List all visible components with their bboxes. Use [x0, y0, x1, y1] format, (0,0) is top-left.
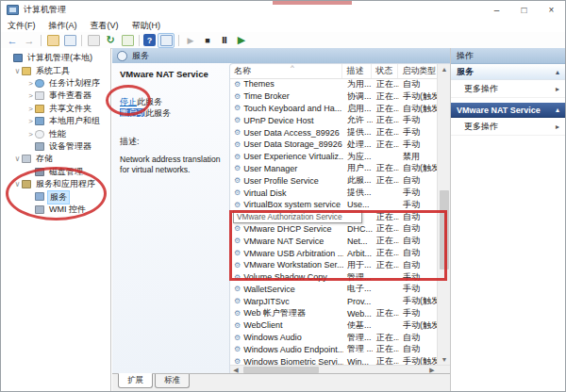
chevron-right-icon[interactable]: > [26, 117, 35, 125]
start-service-icon[interactable]: ▶ [183, 34, 198, 47]
tree-item-task-scheduler[interactable]: >任务计划程序 [1, 77, 110, 90]
service-row[interactable]: ⚙Volume Shadow Copy管理...手动 [230, 271, 438, 284]
service-row[interactable]: ⚙User Experience Virtualiz...为应...禁用 [230, 151, 438, 163]
service-name-cell: ⚙WalletService [230, 285, 343, 294]
service-row[interactable]: ⚙VirtualBox system serviceUse...手动 [230, 199, 438, 211]
collapse-caret-icon[interactable]: ▴ [556, 68, 559, 76]
stop-service-link[interactable]: 停止 [120, 97, 137, 106]
service-row[interactable]: ⚙Windows Audio管理...正在...自动 [230, 332, 438, 344]
action-section-header[interactable]: 服务▴ [451, 65, 565, 80]
chevron-right-icon[interactable]: > [26, 91, 35, 100]
column-header-status[interactable]: 状态 [372, 64, 398, 78]
restart-service-link[interactable]: 重启动 [120, 108, 145, 118]
more-actions-item[interactable]: 更多操作▸ [451, 80, 565, 98]
tab-extended[interactable]: 扩展 [118, 373, 153, 388]
help-icon[interactable]: ? [143, 34, 156, 46]
tree-item-services-and-applications[interactable]: ∨服务和应用程序 [1, 178, 110, 190]
service-row[interactable]: ⚙WalletService电子...手动 [230, 284, 438, 296]
service-status-cell: 正在... [373, 307, 399, 319]
tree-item-label: 计算机管理(本地) [25, 52, 94, 64]
service-row[interactable]: ⚙UPnP Device Host允许 ...正在...手动 [230, 114, 438, 126]
vertical-scrollbar[interactable]: ▲ ▼ [437, 64, 451, 366]
chevron-down-icon[interactable]: ∨ [13, 155, 22, 163]
service-name: WebClient [243, 320, 282, 330]
service-row[interactable]: ⚙VMware DHCP ServiceDHC...正在...自动 [230, 223, 438, 236]
scroll-up-icon[interactable]: ▲ [438, 64, 451, 75]
show-window-icon[interactable] [158, 33, 175, 48]
collapse-caret-icon[interactable]: ▴ [556, 106, 559, 114]
service-row[interactable]: ⚙User Data Storage_89926处理...正在...手动 [230, 139, 438, 151]
menu-view[interactable]: 查看(V) [84, 20, 125, 32]
service-row[interactable]: ⚙User Profile Service此服...正在...自动 [230, 174, 438, 187]
tree-item-device-manager[interactable]: 设备管理器 [1, 140, 110, 153]
tree-item-shared-folders[interactable]: >共享文件夹 [1, 103, 110, 115]
tree-item-computer-management-local[interactable]: 计算机管理(本地) [1, 52, 110, 64]
export-list-icon[interactable] [120, 34, 135, 47]
service-row[interactable]: ⚙VMware Workstation Ser...用于...正在...自动 [230, 259, 438, 271]
more-actions-item[interactable]: 更多操作▸ [451, 118, 565, 136]
tree-item-services[interactable]: 服务 [1, 190, 110, 203]
vertical-scroll-thumb[interactable] [440, 190, 449, 269]
tree-item-label: 本地用户和组 [47, 115, 102, 127]
service-description-cell: DHC... [343, 224, 373, 234]
restart-service-icon[interactable]: ▶ [234, 34, 249, 47]
tree-item-label: 设备管理器 [47, 140, 93, 153]
column-header-startup-type[interactable]: 启动类型 [398, 64, 438, 78]
column-header-name[interactable]: 名称 ^ [230, 64, 342, 78]
console-tree: 计算机管理(本地)∨系统工具>任务计划程序>事件查看器>共享文件夹>本地用户和组… [1, 48, 111, 391]
service-name: User Data Access_89926 [243, 128, 340, 138]
service-row[interactable]: ⚙WebClient使基...手动(触发... [230, 319, 438, 332]
menu-action[interactable]: 操作(A) [42, 20, 84, 32]
tree-item-event-viewer[interactable]: >事件查看器 [1, 90, 110, 102]
service-row[interactable]: ⚙User Data Access_89926提供...正在...手动 [230, 126, 438, 139]
services-panel-title: 服务 [132, 50, 149, 62]
service-row[interactable]: ⚙Time Broker协调...正在...手动(触发... [230, 90, 438, 103]
service-row[interactable]: ⚙VMware USB Arbitration ...Arbit...正在...… [230, 247, 438, 259]
tree-item-performance[interactable]: >性能 [1, 127, 110, 139]
tree-item-local-users-groups[interactable]: >本地用户和组 [1, 115, 110, 127]
tree-item-disk-management[interactable]: 磁盘管理 [1, 166, 110, 178]
sort-ascending-icon: ^ [291, 63, 294, 72]
chevron-down-icon[interactable]: ∨ [13, 67, 22, 75]
menu-help[interactable]: 帮助(H) [125, 20, 168, 32]
service-row[interactable]: ⚙VMware NAT ServiceNet...正在...自动 [230, 235, 438, 247]
back-arrow-icon[interactable]: ← [5, 34, 20, 47]
window-controls: – □ × [483, 1, 565, 19]
maximize-button[interactable]: □ [510, 1, 538, 19]
service-gear-icon: ⚙ [234, 188, 241, 197]
tree-item-storage[interactable]: ∨存储 [1, 153, 110, 165]
service-row[interactable]: ⚙Touch Keyboard and Ha...启用...正在...自动(触发… [230, 103, 438, 115]
event-viewer-icon [35, 91, 44, 100]
horizontal-scroll-thumb[interactable] [243, 367, 319, 373]
forward-arrow-icon[interactable]: → [22, 34, 37, 47]
stop-service-icon[interactable]: ■ [200, 34, 215, 47]
chevron-right-icon[interactable]: > [26, 130, 35, 139]
open-folder-icon[interactable] [45, 34, 60, 47]
refresh-icon[interactable]: ↻ [103, 34, 118, 47]
restart-service-suffix: 此服务 [145, 108, 171, 118]
actions-panel: 操作 服务▴更多操作▸VMware NAT Service▴更多操作▸ [450, 48, 565, 391]
close-button[interactable]: × [538, 1, 565, 19]
pause-service-icon[interactable]: Ⅱ [217, 34, 232, 47]
service-row[interactable]: ⚙User Manager用户...正在...自动(触发... [230, 163, 438, 175]
menu-file[interactable]: 文件(F) [1, 20, 42, 32]
service-row[interactable]: ⚙Themes为用...正在...自动 [230, 78, 438, 90]
tree-item-system-tools[interactable]: ∨系统工具 [1, 64, 110, 76]
action-section-header[interactable]: VMware NAT Service▴ [451, 103, 565, 118]
minimize-button[interactable]: – [483, 1, 510, 19]
service-row[interactable]: ⚙WarpJITSvcProv...手动(触发... [230, 295, 438, 307]
service-row[interactable]: ⚙Virtual Disk提供...手动 [230, 187, 438, 199]
service-row[interactable]: ⚙Web 帐户管理器Web...正在...手动 [230, 307, 438, 319]
tree-item-wmi-control[interactable]: WMI 控件 [1, 204, 110, 216]
column-header-description[interactable]: 描述 [342, 64, 372, 78]
service-name-cell: ⚙VMware Workstation Ser... [230, 260, 343, 270]
service-row[interactable]: ⚙Windows Audio Endpoint...管理 ...正在...自动 [230, 344, 438, 356]
tab-standard[interactable]: 标准 [155, 374, 190, 388]
service-status-cell: 正在... [373, 114, 399, 126]
console-window-icon[interactable] [62, 34, 77, 47]
chevron-right-icon[interactable]: > [26, 105, 35, 113]
snap-in-icon[interactable] [86, 34, 101, 47]
chevron-right-icon[interactable]: > [26, 79, 35, 88]
chevron-down-icon[interactable]: ∨ [13, 180, 22, 188]
service-gear-icon: ⚙ [234, 164, 241, 172]
